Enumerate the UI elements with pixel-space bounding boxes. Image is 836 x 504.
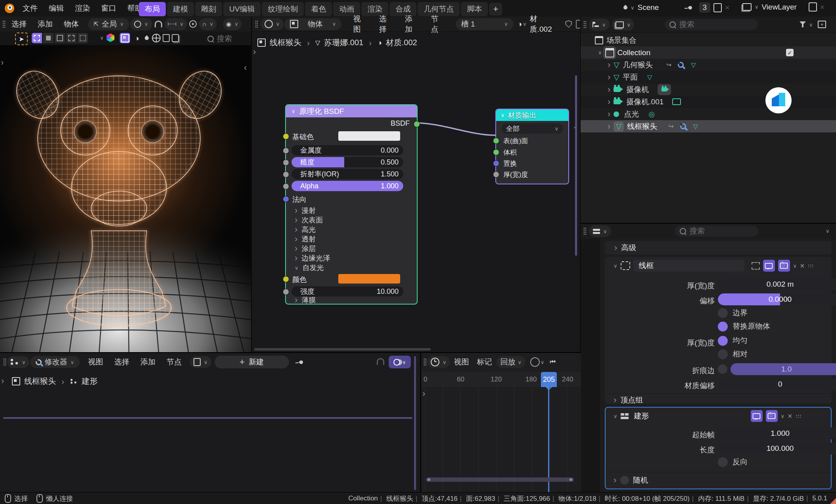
geo-mode-dropdown[interactable]: 修改器 — [30, 356, 80, 368]
boundary-checkbox[interactable] — [718, 308, 728, 318]
filter-icon[interactable] — [800, 21, 806, 27]
viewlayer-icon[interactable] — [742, 3, 752, 11]
panel-collapse-icon[interactable] — [614, 263, 617, 268]
corner-resize-grip[interactable] — [830, 498, 836, 504]
panel-advanced[interactable]: 高级 — [605, 241, 832, 255]
socket-displacement[interactable] — [493, 160, 499, 167]
timeline-canvas[interactable] — [421, 387, 581, 493]
properties-editor-type-dropdown[interactable] — [589, 225, 611, 237]
delete-modifier-icon[interactable] — [788, 412, 792, 420]
socket-emission-color[interactable] — [283, 276, 289, 282]
select-mode-invert-icon[interactable] — [66, 33, 77, 43]
modifier-name[interactable]: 建形 — [634, 411, 733, 421]
show-viewport-button[interactable] — [751, 410, 763, 422]
outliner-row-plane[interactable]: 平面 — [581, 71, 836, 83]
menu-edit[interactable]: 编辑 — [44, 2, 69, 14]
base-color-swatch[interactable] — [338, 131, 400, 141]
matcap-sphere-icon[interactable] — [106, 33, 115, 42]
snap-toggle-icon[interactable] — [155, 21, 162, 27]
viewport-menu-add[interactable]: 添加 — [33, 18, 58, 30]
viewport-search-input[interactable]: 搜索 — [217, 34, 232, 44]
section-specular[interactable]: 高光 — [295, 225, 316, 234]
current-frame-badge[interactable]: 205 — [541, 372, 557, 387]
section-sheen[interactable]: 边缘光泽 — [295, 253, 330, 263]
filter-chevron-icon[interactable] — [809, 22, 813, 27]
select-mode-subtract-icon[interactable] — [55, 33, 65, 43]
vertex-groups-subpanel[interactable]: 顶点组 — [614, 395, 643, 405]
socket-alpha[interactable] — [283, 183, 289, 190]
section-subsurface[interactable]: 次表面 — [295, 215, 323, 225]
expand-right-icon[interactable] — [608, 110, 610, 119]
timeline-editor-type-dropdown[interactable] — [428, 356, 450, 368]
section-coat[interactable]: 涂层 — [295, 244, 316, 253]
timeline-menu-view[interactable]: 视图 — [451, 356, 473, 368]
panel-expand-icon[interactable] — [614, 243, 617, 252]
expand-right-icon[interactable] — [608, 122, 610, 131]
node-collapse-icon[interactable] — [291, 109, 295, 114]
show-render-button[interactable] — [766, 410, 778, 422]
replace-original-checkbox[interactable] — [718, 322, 728, 332]
pivot-point-dropdown[interactable] — [130, 18, 152, 30]
socket-thickness[interactable] — [493, 171, 499, 178]
scene-icon[interactable] — [623, 5, 628, 10]
section-transmission[interactable]: 透射 — [295, 234, 316, 244]
ior-field[interactable]: 折射率(IOR) 1.500 — [291, 169, 403, 179]
panel-expand-icon[interactable] — [614, 396, 616, 404]
pin-icon[interactable] — [299, 360, 304, 365]
workspace-tab-modeling[interactable]: 建模 — [167, 2, 194, 16]
outliner-row-camera[interactable]: 摄像机 — [581, 83, 836, 96]
section-emission[interactable]: 自发光 — [295, 263, 324, 272]
reversed-checkbox[interactable] — [718, 457, 728, 467]
menu-window[interactable]: 窗口 — [96, 2, 121, 14]
active-tool-tweak-icon[interactable]: ➤ — [15, 33, 28, 45]
jump-to-start-icon[interactable]: ⏮ — [550, 359, 556, 365]
scene-name[interactable]: Scene — [638, 3, 685, 12]
workspace-tab-layout[interactable]: 布局 — [139, 2, 166, 16]
viewport-menu-select[interactable]: 选择 — [6, 18, 32, 30]
scene-copy-icon[interactable] — [713, 3, 722, 12]
expand-right-icon[interactable] — [608, 73, 610, 82]
emission-color-swatch[interactable] — [338, 274, 400, 284]
proportional-edit-icon[interactable] — [189, 20, 197, 28]
outliner-row-camera-001[interactable]: 摄像机.001 — [581, 96, 836, 108]
modifier-drag-dots[interactable] — [796, 414, 802, 418]
scene-pin-icon[interactable] — [688, 5, 693, 10]
node-material-output[interactable]: 材质输出 全部 表(曲)面 体积 置换 厚(宽)度 — [495, 109, 569, 184]
snap-toggle-icon[interactable] — [377, 358, 384, 365]
expand-right-icon[interactable] — [608, 61, 610, 69]
material-offset-field[interactable]: 0 — [718, 378, 836, 390]
collection-checkbox[interactable] — [786, 49, 794, 56]
properties-options-chevron-icon[interactable] — [826, 228, 830, 234]
socket-metallic[interactable] — [283, 148, 289, 154]
length-field[interactable]: 100.000 — [718, 443, 836, 454]
shading-rendered-icon[interactable] — [152, 34, 161, 42]
shading-solid-icon[interactable] — [132, 34, 142, 42]
viewport-select-box-icon[interactable] — [120, 33, 130, 43]
range-end-dot[interactable] — [569, 478, 572, 481]
outliner-row-geo-monkey[interactable]: 几何猴头 — [581, 59, 836, 71]
workspace-tab-shading[interactable]: 着色 — [305, 2, 332, 16]
new-collection-icon[interactable]: + — [818, 21, 826, 28]
geo-vscrollbar[interactable] — [414, 356, 416, 490]
viewlayer-name[interactable]: ViewLayer — [762, 3, 805, 11]
modifier-drag-dots[interactable] — [808, 264, 814, 267]
delete-modifier-icon[interactable] — [800, 262, 805, 270]
socket-volume[interactable] — [493, 149, 499, 155]
overlap-circles-button[interactable] — [389, 356, 411, 368]
modifier-extras-chevron-icon[interactable] — [793, 263, 797, 268]
node-bsdf-header[interactable]: 原理化 BSDF — [286, 105, 417, 117]
outliner-row-point-light[interactable]: 点光 — [581, 108, 836, 120]
timeline-playback-dropdown[interactable]: 回放 — [497, 356, 526, 368]
workspace-tab-scripting[interactable]: 脚本 — [461, 2, 488, 16]
menu-file[interactable]: 文件 — [17, 2, 43, 14]
outliner-search[interactable]: 搜索 — [665, 19, 758, 30]
modifier-name-field[interactable]: 线框 — [633, 260, 744, 272]
modifier-extras-chevron-icon[interactable] — [781, 414, 785, 419]
output-target-dropdown[interactable]: 全部 — [501, 123, 563, 134]
scene-users-count[interactable]: 3 — [699, 2, 711, 13]
timeline-drag-handle[interactable] — [424, 358, 427, 366]
alpha-field[interactable]: Alpha 1.000 — [291, 181, 403, 191]
select-mode-new-icon[interactable] — [32, 33, 42, 43]
geo-toolbar-expand-arrow[interactable] — [1, 377, 4, 385]
shading-material-icon[interactable] — [144, 35, 150, 41]
